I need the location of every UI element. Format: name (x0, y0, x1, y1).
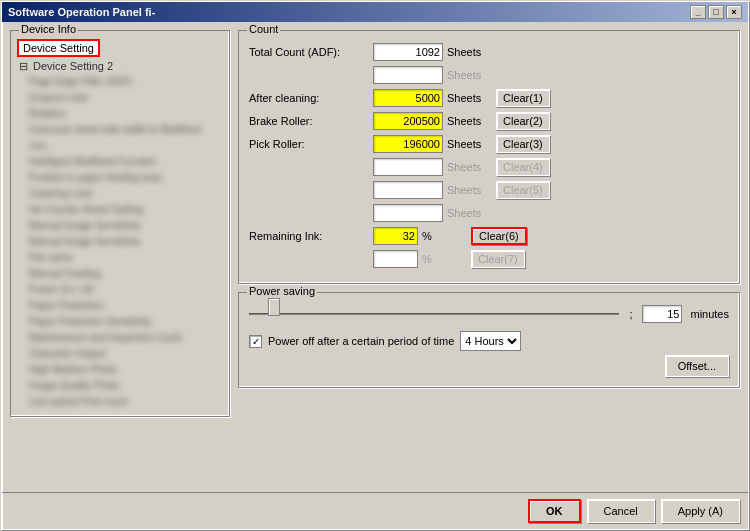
total-count-row: Total Count (ADF): Sheets (249, 43, 729, 61)
clear-2-button[interactable]: Clear(2) (496, 112, 550, 130)
empty-row-5: % Clear(7) (249, 250, 729, 268)
title-bar-buttons: _ □ × (690, 5, 742, 19)
bottom-buttons: OK Cancel Apply (A) (2, 492, 748, 529)
power-saving-group: Power saving ; minutes Power off after a… (238, 292, 740, 388)
apply-button[interactable]: Apply (A) (661, 499, 740, 523)
brake-roller-input[interactable] (373, 112, 443, 130)
clear-4-button: Clear(4) (496, 158, 550, 176)
brake-roller-label: Brake Roller: (249, 115, 369, 127)
left-panel: Device Info Device Setting ⊟ Device Sett… (10, 30, 230, 484)
sheets-unit-4: Sheets (447, 207, 492, 219)
ok-button[interactable]: OK (528, 499, 581, 523)
pick-roller-row: Pick Roller: Sheets Clear(3) (249, 135, 729, 153)
clear-5-button: Clear(5) (496, 181, 550, 199)
tree-expand-icon: ⊟ (19, 60, 28, 72)
after-cleaning-row: After cleaning: Sheets Clear(1) (249, 89, 729, 107)
remaining-ink-row: Remaining Ink: % Clear(6) (249, 227, 729, 245)
slider-track (249, 313, 619, 315)
offset-button[interactable]: Offset... (665, 355, 729, 377)
total-count-input (373, 43, 443, 61)
minutes-input[interactable] (642, 305, 682, 323)
device-setting-item[interactable]: Device Setting (17, 39, 100, 57)
empty-row-1: Sheets (249, 66, 729, 84)
device-info-label: Device Info (19, 23, 78, 35)
clear-1-button[interactable]: Clear(1) (496, 89, 550, 107)
pick-roller-unit: Sheets (447, 138, 492, 150)
brake-roller-unit: Sheets (447, 115, 492, 127)
power-saving-label: Power saving (247, 285, 317, 297)
device-setting-2-item[interactable]: ⊟ Device Setting 2 (17, 59, 223, 74)
remaining-ink-input[interactable] (373, 227, 418, 245)
sheets-unit-3: Sheets (447, 184, 492, 196)
remaining-ink-unit: % (422, 230, 467, 242)
sheets-unit-2: Sheets (447, 161, 492, 173)
power-off-checkbox[interactable] (249, 335, 262, 348)
slider-row: ; minutes (249, 305, 729, 323)
empty-input-5 (373, 250, 418, 268)
total-count-unit: Sheets (447, 46, 492, 58)
empty-input-3 (373, 181, 443, 199)
after-cleaning-label: After cleaning: (249, 92, 369, 104)
total-count-label: Total Count (ADF): (249, 46, 369, 58)
minimize-button[interactable]: _ (690, 5, 706, 19)
close-button[interactable]: × (726, 5, 742, 19)
percent-unit: % (422, 253, 467, 265)
pick-roller-input[interactable] (373, 135, 443, 153)
after-cleaning-unit: Sheets (447, 92, 492, 104)
clear-6-button[interactable]: Clear(6) (471, 227, 527, 245)
clear-7-button: Clear(7) (471, 250, 525, 268)
after-cleaning-input[interactable] (373, 89, 443, 107)
clear-3-button[interactable]: Clear(3) (496, 135, 550, 153)
slider-container (249, 305, 619, 323)
empty-input-1 (373, 66, 443, 84)
pick-roller-label: Pick Roller: (249, 138, 369, 150)
colon-separator: ; (629, 308, 632, 320)
count-group: Count Total Count (ADF): Sheets Sheets (238, 30, 740, 284)
offset-row: Offset... (249, 355, 729, 377)
empty-input-4 (373, 204, 443, 222)
brake-roller-row: Brake Roller: Sheets Clear(2) (249, 112, 729, 130)
device-info-group: Device Info Device Setting ⊟ Device Sett… (10, 30, 230, 417)
power-off-label: Power off after a certain period of time (268, 335, 454, 347)
remaining-ink-label: Remaining Ink: (249, 230, 369, 242)
count-group-label: Count (247, 23, 280, 35)
empty-row-4: Sheets (249, 204, 729, 222)
sheets-unit-1: Sheets (447, 69, 492, 81)
empty-input-2 (373, 158, 443, 176)
cancel-button[interactable]: Cancel (587, 499, 655, 523)
slider-thumb[interactable] (268, 298, 280, 316)
maximize-button[interactable]: □ (708, 5, 724, 19)
window-title: Software Operation Panel fi- (8, 6, 155, 18)
title-bar: Software Operation Panel fi- _ □ × (2, 2, 748, 22)
minutes-label: minutes (690, 308, 729, 320)
empty-row-2: Sheets Clear(4) (249, 158, 729, 176)
empty-row-3: Sheets Clear(5) (249, 181, 729, 199)
main-window: Software Operation Panel fi- _ □ × Devic… (1, 1, 749, 530)
tree-children: Page Edge Filler (ADF) Dropout color Rot… (17, 74, 223, 410)
blurred-menu-items: Page Edge Filler (ADF) Dropout color Rot… (29, 74, 223, 410)
power-off-dropdown[interactable]: 1 Hours 2 Hours 4 Hours 8 Hours (460, 331, 521, 351)
power-off-row: Power off after a certain period of time… (249, 331, 729, 351)
content-area: Device Info Device Setting ⊟ Device Sett… (2, 22, 748, 492)
right-panel: Count Total Count (ADF): Sheets Sheets (238, 30, 740, 484)
